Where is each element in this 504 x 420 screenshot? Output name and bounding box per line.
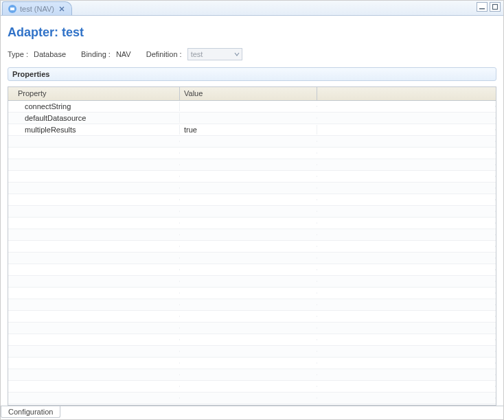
table-row [8, 136, 496, 148]
table-row [8, 253, 496, 264]
cell-value [180, 187, 317, 189]
cell-spacer [317, 339, 496, 340]
cell-spacer [317, 141, 496, 142]
tab-configuration[interactable]: Configuration [1, 406, 60, 418]
table-row [8, 381, 496, 393]
cell-value [180, 176, 317, 177]
svg-rect-2 [493, 5, 498, 10]
cell-spacer [317, 351, 496, 352]
cell-spacer [317, 316, 496, 317]
cell-property [8, 152, 180, 154]
cell-spacer [317, 374, 496, 375]
adapter-icon [8, 5, 16, 13]
cell-spacer [317, 386, 496, 387]
table-row [8, 264, 496, 276]
cell-property [8, 257, 180, 259]
column-property[interactable]: Property [8, 87, 180, 100]
cell-property [8, 374, 180, 375]
cell-spacer [317, 129, 496, 130]
cell-spacer [317, 257, 496, 259]
table-row [8, 159, 496, 171]
editor-tab-test[interactable]: test (NAV) [2, 1, 72, 15]
table-row [8, 183, 496, 194]
cell-spacer [317, 117, 496, 119]
cell-value [180, 304, 317, 305]
table-row[interactable]: defaultDatasource [8, 113, 496, 124]
cell-spacer [317, 234, 496, 235]
cell-property [8, 246, 180, 247]
cell-value [180, 269, 317, 270]
cell-property: connectString [8, 102, 180, 111]
cell-spacer [317, 327, 496, 329]
cell-value [180, 141, 317, 142]
table-body[interactable]: connectStringdefaultDatasourcemultipleRe… [8, 101, 496, 405]
table-row [8, 311, 496, 323]
cell-property [8, 234, 180, 235]
cell-property [8, 164, 180, 165]
cell-value [180, 164, 317, 165]
table-row [8, 334, 496, 346]
table-header: Property Value [8, 87, 496, 101]
cell-spacer [317, 199, 496, 200]
table-row [8, 241, 496, 253]
cell-property [8, 199, 180, 200]
binding-label: Binding : [81, 50, 111, 58]
cell-property [8, 351, 180, 352]
cell-spacer [317, 152, 496, 154]
cell-spacer [317, 187, 496, 189]
cell-value [180, 257, 317, 259]
editor-content: Adapter: test Type : Database Binding : … [1, 16, 503, 406]
table-row[interactable]: connectString [8, 101, 496, 113]
cell-value [180, 339, 317, 340]
cell-property [8, 222, 180, 224]
cell-property [8, 211, 180, 212]
column-value[interactable]: Value [180, 87, 317, 100]
cell-value[interactable]: true [180, 125, 317, 135]
cell-value[interactable] [180, 106, 317, 107]
definition-select[interactable]: test [187, 48, 242, 60]
cell-property [8, 316, 180, 317]
maximize-button[interactable] [490, 2, 501, 12]
cell-property [8, 176, 180, 177]
cell-value [180, 292, 317, 294]
cell-value [180, 152, 317, 154]
type-value: Database [34, 50, 66, 58]
properties-section-header: Properties [8, 67, 496, 81]
cell-spacer [317, 362, 496, 364]
tab-bar: test (NAV) [1, 1, 503, 16]
cell-value [180, 362, 317, 364]
cell-value [180, 246, 317, 247]
table-row [8, 148, 496, 159]
cell-property [8, 386, 180, 387]
definition-value: test [191, 50, 203, 58]
cell-spacer [317, 176, 496, 177]
cell-spacer [317, 292, 496, 294]
cell-property [8, 269, 180, 270]
table-row[interactable]: multipleResultstrue [8, 124, 496, 136]
table-row [8, 393, 496, 404]
cell-value [180, 234, 317, 235]
cell-value [180, 211, 317, 212]
editor-window: test (NAV) Adapter: test Type : Database… [0, 0, 504, 420]
cell-value [180, 327, 317, 329]
properties-table: Property Value connectStringdefaultDatas… [8, 86, 496, 406]
svg-rect-0 [10, 8, 14, 10]
table-row [8, 194, 496, 206]
cell-spacer [317, 304, 496, 305]
cell-value [180, 281, 317, 282]
close-icon[interactable] [58, 5, 66, 13]
table-row [8, 299, 496, 311]
cell-spacer [317, 246, 496, 247]
bottom-tab-bar: Configuration [1, 406, 503, 419]
cell-spacer [317, 269, 496, 270]
cell-property: multipleResults [8, 125, 180, 135]
cell-spacer [317, 397, 496, 399]
cell-property [8, 281, 180, 282]
table-row [8, 206, 496, 218]
table-row [8, 229, 496, 241]
definition-label: Definition : [146, 50, 182, 58]
minimize-button[interactable] [477, 2, 488, 12]
cell-spacer [317, 164, 496, 165]
cell-value[interactable] [180, 117, 317, 119]
cell-property [8, 141, 180, 142]
